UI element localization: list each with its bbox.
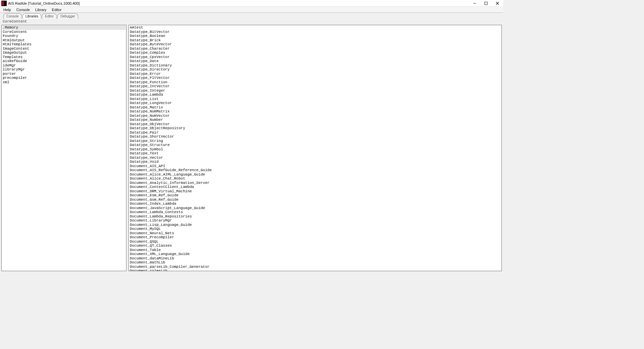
- left-list-item[interactable]: HtmlTemplates: [2, 42, 125, 47]
- right-list-item[interactable]: Document_Alice_Chat_Robot: [129, 177, 501, 181]
- breadcrumb: CoreContent: [1, 19, 502, 25]
- right-list-item[interactable]: Datatype_Lambda: [129, 93, 501, 97]
- app-icon: [1, 1, 7, 6]
- right-list-item[interactable]: Document_Table: [129, 248, 501, 252]
- right-list-item[interactable]: Document_Analytic_Information_Server: [129, 181, 501, 185]
- right-list-item[interactable]: Datatype_Date: [129, 59, 501, 63]
- right-list-item[interactable]: Document_rulesLib: [129, 269, 501, 271]
- right-list-item[interactable]: Document_ContextClient_Lambda: [129, 185, 501, 189]
- right-list-item[interactable]: Document_Alice_AIML_Language_Guide: [129, 172, 501, 177]
- left-list-item[interactable]: Templates: [2, 55, 125, 59]
- tab-debugger[interactable]: Debugger: [57, 13, 78, 19]
- panes: .MemoryCoreContentFoundryHtmlOutputHtmlT…: [1, 25, 502, 271]
- left-list-item[interactable]: porter: [2, 72, 125, 76]
- right-list-item[interactable]: Document_Precompiler: [129, 235, 501, 240]
- right-list-item[interactable]: Document_Esm_Ref_Guide: [129, 193, 501, 198]
- client-area: Console Libraries Editor Debugger CoreCo…: [0, 13, 503, 272]
- right-list-item[interactable]: Datatype_FltVector: [129, 76, 501, 80]
- left-list-item[interactable]: ImageContent: [2, 47, 125, 51]
- left-pane[interactable]: .MemoryCoreContentFoundryHtmlOutputHtmlT…: [1, 25, 126, 271]
- titlebar: AIS RadIde [Tutorial_OnlineDocs,1000,400…: [0, 0, 503, 7]
- right-list-item[interactable]: Datatype_Symbol: [129, 147, 501, 152]
- left-list-item[interactable]: .Memory: [2, 26, 125, 30]
- right-list-item[interactable]: Datatype_Error: [129, 72, 501, 76]
- right-list-item[interactable]: Datatype_ByteVector: [129, 42, 501, 47]
- right-list-item[interactable]: Datatype_Integer: [129, 89, 501, 93]
- left-list-item[interactable]: CoreContent: [2, 30, 125, 34]
- right-list-item[interactable]: Document_parseLib_Compiler_Generator: [129, 265, 501, 269]
- right-list-item[interactable]: Datatype_Boolean: [129, 34, 501, 38]
- right-list-item[interactable]: Document_Gsm_Ref_Guide: [129, 198, 501, 202]
- right-list-item[interactable]: Document_Neural_Nets: [129, 231, 501, 236]
- right-list-item[interactable]: Document_XML_Language_Guide: [129, 252, 501, 256]
- right-list-item[interactable]: Datatype_ShortVector: [129, 135, 501, 139]
- right-list-item[interactable]: Datatype_Void: [129, 160, 501, 164]
- right-list-item[interactable]: Document_AIS_RefGuide_Reference_Guide: [129, 168, 501, 172]
- tab-libraries[interactable]: Libraries: [22, 13, 41, 19]
- right-list-item[interactable]: AAtest: [129, 26, 501, 30]
- left-list-item[interactable]: aisRefGuide: [2, 59, 125, 63]
- menu-editor[interactable]: Editor: [49, 8, 64, 12]
- right-list-item[interactable]: Document_LibraryMgr: [129, 218, 501, 223]
- left-list-item[interactable]: libraryMgr: [2, 67, 125, 72]
- window-title: AIS RadIde [Tutorial_OnlineDocs,1000,400…: [8, 1, 80, 5]
- right-list-item[interactable]: Datatype_ObjectRepository: [129, 126, 501, 131]
- right-list-item[interactable]: Datatype_Matrix: [129, 105, 501, 110]
- left-list-item[interactable]: ImageOutput: [2, 51, 125, 55]
- right-list-item[interactable]: Document_Lambda_Repositories: [129, 214, 501, 219]
- maximize-button[interactable]: [480, 0, 492, 7]
- menu-help[interactable]: Help: [1, 8, 14, 12]
- tab-row: Console Libraries Editor Debugger: [1, 13, 502, 19]
- right-list-item[interactable]: Datatype_Text: [129, 151, 501, 156]
- right-list-item[interactable]: Datatype_Character: [129, 47, 501, 51]
- right-list-item[interactable]: Document_dataMineLib: [129, 256, 501, 261]
- right-list-item[interactable]: Datatype_String: [129, 139, 501, 143]
- window-controls: [469, 0, 503, 7]
- right-list-item[interactable]: Document_MySQL: [129, 227, 501, 231]
- right-list-item[interactable]: Datatype_BitVector: [129, 30, 501, 34]
- right-list-item[interactable]: Document_Lisp_Language_Guide: [129, 223, 501, 227]
- right-list-item[interactable]: Datatype_Complex: [129, 51, 501, 55]
- right-list-item[interactable]: Document_Lambda_Contexts: [129, 210, 501, 214]
- right-list-item[interactable]: Datatype_CpxVector: [129, 55, 501, 59]
- right-list-item[interactable]: Document_DRM_Virtual_Machine: [129, 189, 501, 194]
- tab-console[interactable]: Console: [3, 13, 22, 19]
- right-list-item[interactable]: Datatype_ObjVector: [129, 122, 501, 127]
- right-list-item[interactable]: Document_QSQL: [129, 240, 501, 244]
- menubar: Help Console Library Editor: [0, 7, 503, 13]
- left-list-item[interactable]: HtmlOutput: [2, 38, 125, 43]
- menu-console[interactable]: Console: [14, 8, 33, 12]
- right-list-item[interactable]: Datatype_List: [129, 97, 501, 101]
- right-list-item[interactable]: Datatype_Brick: [129, 38, 501, 43]
- right-list-item[interactable]: Datatype_Structure: [129, 143, 501, 147]
- minimize-button[interactable]: [469, 0, 480, 7]
- right-list-item[interactable]: Datatype_Pair: [129, 131, 501, 135]
- tab-editor[interactable]: Editor: [42, 13, 57, 19]
- right-list-item[interactable]: Datatype_NumVector: [129, 114, 501, 118]
- left-list-item[interactable]: precompiler: [2, 76, 125, 80]
- close-button[interactable]: [492, 0, 503, 7]
- right-list-item[interactable]: Datatype_Number: [129, 118, 501, 122]
- right-list-item[interactable]: Document_Index_Lambda: [129, 202, 501, 206]
- svg-rect-1: [485, 2, 487, 5]
- left-list-item[interactable]: xml: [2, 80, 125, 85]
- right-list-item[interactable]: Document_JavaScript_Language_Guide: [129, 206, 501, 210]
- right-list-item[interactable]: Datatype_LongVector: [129, 101, 501, 105]
- left-list-item[interactable]: Foundry: [2, 34, 125, 38]
- right-list-item[interactable]: Datatype_Vector: [129, 156, 501, 160]
- right-list-item[interactable]: Document_AIS_API: [129, 164, 501, 168]
- menu-library[interactable]: Library: [33, 8, 49, 12]
- right-list-item[interactable]: Datatype_IntVector: [129, 84, 501, 89]
- right-list-item[interactable]: Datatype_NumMatrix: [129, 109, 501, 114]
- right-list-item[interactable]: Document_QT_Classes: [129, 244, 501, 248]
- left-list-item[interactable]: ideMgr: [2, 63, 125, 68]
- right-pane[interactable]: AAtestDatatype_BitVectorDatatype_Boolean…: [128, 25, 502, 271]
- right-list-item[interactable]: Datatype_Dictionary: [129, 63, 501, 68]
- right-list-item[interactable]: Document_mathLib: [129, 260, 501, 265]
- right-list-item[interactable]: Datatype_Function: [129, 80, 501, 85]
- right-list-item[interactable]: Datatype_Directory: [129, 67, 501, 72]
